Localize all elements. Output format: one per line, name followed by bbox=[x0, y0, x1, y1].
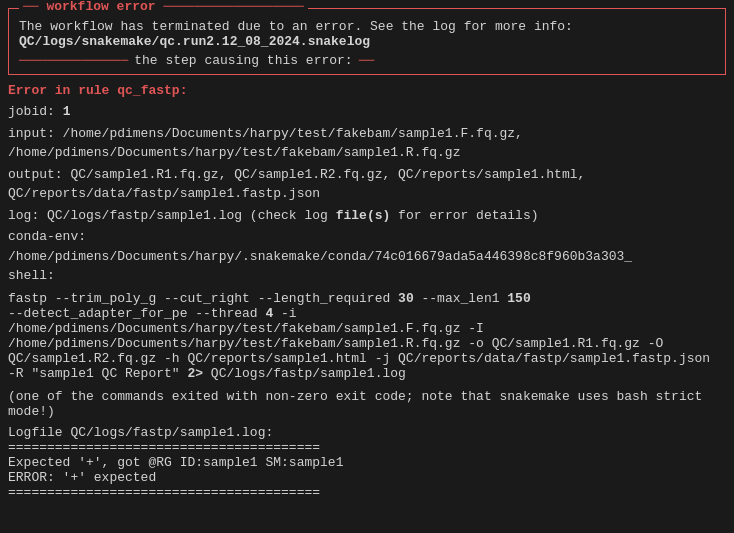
cmd-detect: --detect_adapter_for_pe --thread bbox=[8, 306, 265, 321]
logfile-label: Logfile QC/logs/fastp/sample1.log: bbox=[8, 425, 726, 440]
input-value-line2: /home/pdimens/Documents/harpy/test/fakeb… bbox=[8, 145, 460, 160]
conda-section: conda-env: /home/pdimens/Documents/harpy… bbox=[8, 227, 726, 266]
shell-section: shell: bbox=[8, 268, 726, 283]
jobid-label: jobid: bbox=[8, 104, 55, 119]
cmd-redirect: 2> bbox=[187, 366, 203, 381]
output-section: output: QC/sample1.R1.fq.gz, QC/sample1.… bbox=[8, 165, 726, 204]
cmd-num1: 30 bbox=[398, 291, 414, 306]
error-in-rule-label: Error in rule bbox=[8, 83, 109, 98]
logfile-section: Logfile QC/logs/fastp/sample1.log: =====… bbox=[8, 425, 726, 500]
cmd-line6: -R "sample1 QC Report" bbox=[8, 366, 187, 381]
equals-line-top: ======================================== bbox=[8, 440, 726, 455]
step-causing-label: the step causing this error: bbox=[134, 53, 352, 68]
log-path: QC/logs/snakemake/qc.run2.12_08_2024.sna… bbox=[19, 34, 715, 49]
workflow-error-box: workflow error The workflow has terminat… bbox=[8, 8, 726, 75]
cmd-num2: 150 bbox=[507, 291, 530, 306]
step-causing-line: ────────────── the step causing this err… bbox=[19, 53, 715, 68]
input-label: input: /home/pdimens/Documents/harpy/tes… bbox=[8, 126, 523, 141]
expected-line: Expected '+', got @RG ID:sample1 SM:samp… bbox=[8, 455, 726, 470]
equals-line-bottom: ======================================== bbox=[8, 485, 726, 500]
shell-label: shell: bbox=[8, 268, 55, 283]
conda-value: /home/pdimens/Documents/harpy/.snakemake… bbox=[8, 249, 632, 264]
error-line: ERROR: '+' expected bbox=[8, 470, 726, 485]
output-value-line2: QC/reports/data/fastp/sample1.fastp.json bbox=[8, 186, 320, 201]
cmd-line5: QC/sample1.R2.fq.gz -h QC/reports/sample… bbox=[8, 351, 710, 366]
cmd-logfile: QC/logs/fastp/sample1.log bbox=[203, 366, 406, 381]
dashes-right: ── bbox=[359, 53, 375, 68]
command-block: fastp --trim_poly_g --cut_right --length… bbox=[8, 291, 726, 381]
workflow-message: The workflow has terminated due to an er… bbox=[19, 19, 715, 34]
cmd-fastp: fastp --trim_poly_g --cut_right --length… bbox=[8, 291, 398, 306]
dashes-left: ────────────── bbox=[19, 53, 128, 68]
rule-name: qc_fastp: bbox=[117, 83, 187, 98]
cmd-line3: /home/pdimens/Documents/harpy/test/fakeb… bbox=[8, 321, 484, 336]
conda-label: conda-env: bbox=[8, 229, 86, 244]
log-files-bold: file(s) bbox=[336, 208, 391, 223]
jobid-section: jobid: 1 bbox=[8, 102, 726, 122]
cmd-line4: /home/pdimens/Documents/harpy/test/fakeb… bbox=[8, 336, 663, 351]
cmd-i: -i bbox=[273, 306, 296, 321]
log-check-prefix: (check log bbox=[250, 208, 336, 223]
input-section: input: /home/pdimens/Documents/harpy/tes… bbox=[8, 124, 726, 163]
log-section: log: QC/logs/fastp/sample1.log (check lo… bbox=[8, 206, 726, 226]
workflow-error-title: workflow error bbox=[19, 0, 308, 14]
cmd-maxlen: --max_len1 bbox=[414, 291, 508, 306]
jobid-value: 1 bbox=[63, 104, 71, 119]
error-rule-header: Error in rule qc_fastp: bbox=[8, 83, 726, 98]
output-label: output: QC/sample1.R1.fq.gz, QC/sample1.… bbox=[8, 167, 585, 182]
log-check-suffix: for error details) bbox=[390, 208, 538, 223]
paren-note: (one of the commands exited with non-zer… bbox=[8, 389, 726, 419]
log-label: log: QC/logs/fastp/sample1.log bbox=[8, 208, 250, 223]
